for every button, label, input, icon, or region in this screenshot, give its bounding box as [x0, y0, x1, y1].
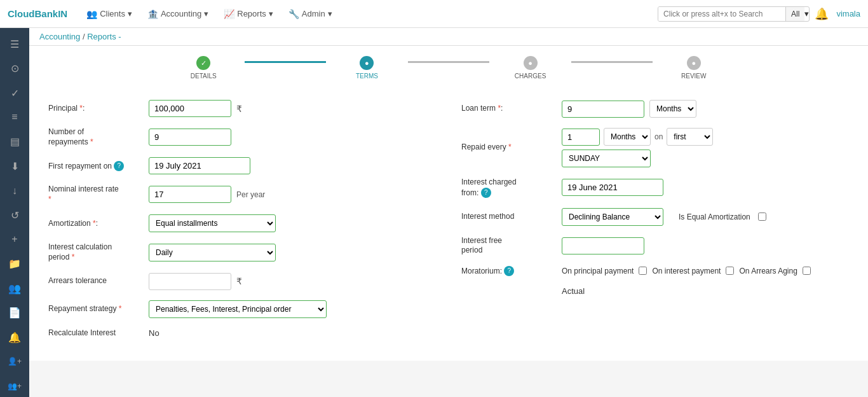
list-icon: ≡ — [11, 111, 17, 123]
principal-currency-icon: ₹ — [236, 104, 242, 114]
admin-icon: 🔧 — [288, 9, 299, 19]
sidebar-item-dashboard[interactable]: ⊙ — [3, 57, 26, 79]
repaid-on-select[interactable]: first second third last — [667, 128, 713, 146]
repaid-every-top: Months Days Weeks on first second third … — [562, 128, 713, 146]
stepper: ✓ DETAILS ● TERMS ● CHARGES ● REVIEW — [163, 56, 735, 80]
brand-logo[interactable]: CloudBankIN — [8, 8, 67, 19]
amortization-required: * — [93, 219, 96, 228]
on-principal-checkbox[interactable] — [639, 267, 647, 275]
repayment-strategy-row: Repayment strategy * Penalties, Fees, In… — [48, 300, 436, 318]
per-year-label: Per year — [236, 190, 265, 199]
arrears-row: Arrears tolerance ₹ — [48, 273, 436, 290]
moratorium-controls: On principal payment On interest payment… — [562, 267, 811, 275]
first-repayment-help-icon[interactable]: ? — [114, 161, 124, 171]
amortization-select[interactable]: Equal installments — [149, 214, 276, 232]
moratorium-help-icon[interactable]: ? — [504, 266, 514, 276]
step-connector-2 — [408, 61, 490, 63]
interest-free-input[interactable] — [562, 237, 644, 254]
sidebar-item-download[interactable]: ⬇ — [3, 155, 26, 177]
nav-accounting[interactable]: 🏦 Accounting ▾ — [141, 5, 215, 23]
user-menu[interactable]: vimala — [836, 9, 860, 18]
sidebar-item-check[interactable]: ✓ — [3, 82, 26, 104]
notifications-bell-icon[interactable]: 🔔 — [815, 7, 829, 21]
sidebar-item-list[interactable]: ≡ — [3, 106, 26, 128]
nav-clients-label: Clients — [100, 9, 125, 18]
repayments-row: Number ofrepayments * — [48, 127, 436, 147]
is-equal-amortization-label: Is Equal Amortization — [679, 212, 750, 221]
repayments-input[interactable] — [149, 129, 231, 146]
repaid-every-value-input[interactable] — [562, 129, 600, 146]
download-icon: ⬇ — [11, 160, 19, 172]
table-icon: ▤ — [10, 136, 20, 148]
form-right-col: Loan term *: Months Days Weeks Years Rep… — [449, 100, 849, 348]
form-two-col: Principal *: ₹ Number ofrepayments * Fir… — [48, 100, 849, 348]
interest-calc-period-row: Interest calculationperiod * Daily — [48, 242, 436, 262]
recalculate-row: Recalculate Interest No — [48, 328, 436, 338]
repaid-every-label: Repaid every * — [461, 143, 557, 153]
breadcrumb: Accounting / Reports - — [29, 28, 868, 46]
interest-charged-help-icon[interactable]: ? — [481, 188, 491, 198]
arrears-label: Arrears tolerance — [48, 276, 144, 286]
step-terms: ● TERMS — [326, 56, 408, 80]
form-area: Principal *: ₹ Number ofrepayments * Fir… — [29, 87, 868, 361]
nav-admin-label: Admin — [302, 9, 325, 18]
principal-row: Principal *: ₹ — [48, 100, 436, 117]
step-details-label: DETAILS — [191, 73, 217, 80]
file-icon: 📄 — [8, 307, 21, 319]
search-filter-dropdown[interactable]: All — [785, 7, 804, 21]
principal-input[interactable] — [149, 100, 231, 117]
actual-value: Actual — [562, 286, 585, 296]
sidebar-item-bell[interactable]: 🔔 — [3, 326, 26, 348]
nominal-rate-label: Nominal interest rate* — [48, 185, 144, 204]
breadcrumb-reports[interactable]: Reports - — [87, 32, 121, 41]
sidebar-item-folder[interactable]: 📁 — [3, 253, 26, 275]
bell-icon: 🔔 — [8, 331, 21, 344]
nav-clients[interactable]: 👥 Clients ▾ — [80, 5, 139, 23]
sidebar-item-refresh[interactable]: ↺ — [3, 204, 26, 226]
search-input[interactable] — [658, 7, 785, 21]
sidebar-item-person-add[interactable]: 👤+ — [3, 351, 26, 372]
refresh-icon: ↺ — [11, 209, 19, 221]
arrears-currency-icon: ₹ — [236, 276, 242, 286]
nominal-rate-input[interactable] — [149, 186, 231, 203]
interest-method-select[interactable]: Declining Balance Flat Rate — [562, 208, 663, 226]
repaid-every-unit-select[interactable]: Months Days Weeks — [604, 128, 651, 146]
sidebar-item-add[interactable]: + — [3, 228, 26, 250]
sidebar-item-persons-add[interactable]: 👥+ — [3, 375, 26, 397]
nav-reports[interactable]: 📈 Reports ▾ — [217, 5, 280, 23]
nav-reports-label: Reports — [237, 9, 266, 18]
sidebar-item-table[interactable]: ▤ — [3, 131, 26, 153]
on-principal-label: On principal payment — [562, 267, 634, 275]
first-repayment-row: First repayment on ? — [48, 157, 436, 174]
sidebar-item-download2[interactable]: ↓ — [3, 179, 26, 201]
interest-free-row: Interest freeperiod — [461, 236, 849, 256]
interest-charged-row: Interest chargedfrom: ? — [461, 178, 849, 198]
loan-term-unit-select[interactable]: Months Days Weeks Years — [649, 100, 696, 118]
step-details-circle: ✓ — [196, 56, 210, 70]
repaid-every-day-select[interactable]: SUNDAY MONDAY TUESDAY WEDNESDAY THURSDAY… — [562, 150, 651, 167]
sidebar-item-file[interactable]: 📄 — [3, 302, 26, 323]
repayment-strategy-select[interactable]: Penalties, Fees, Interest, Principal ord… — [149, 300, 327, 318]
sidebar-item-hamburger[interactable]: ☰ — [3, 33, 26, 55]
interest-charged-input[interactable] — [562, 179, 663, 196]
on-arrears-checkbox[interactable] — [803, 267, 811, 275]
arrears-input[interactable] — [149, 273, 231, 290]
actual-row: Actual — [461, 286, 849, 296]
amortization-label: Amortization *: — [48, 219, 144, 229]
dashboard-icon: ⊙ — [11, 62, 19, 74]
accounting-icon: 🏦 — [147, 9, 158, 19]
nav-admin[interactable]: 🔧 Admin ▾ — [282, 5, 339, 23]
reports-icon: 📈 — [224, 9, 234, 19]
breadcrumb-accounting[interactable]: Accounting — [39, 32, 80, 41]
group-icon: 👥 — [8, 282, 21, 295]
sidebar-item-group[interactable]: 👥 — [3, 277, 26, 299]
interest-calc-period-select[interactable]: Daily — [149, 244, 276, 261]
person-add-icon: 👤+ — [8, 357, 22, 366]
first-repayment-input[interactable] — [149, 157, 250, 174]
sidebar: ☰ ⊙ ✓ ≡ ▤ ⬇ ↓ ↺ + 📁 👥 📄 🔔 👤+ 👥+ — [0, 28, 29, 397]
step-charges: ● CHARGES — [489, 56, 571, 80]
on-interest-checkbox[interactable] — [726, 267, 734, 275]
repaid-every-controls: Months Days Weeks on first second third … — [562, 128, 713, 167]
loan-term-input[interactable] — [562, 101, 644, 118]
is-equal-amortization-checkbox[interactable] — [758, 212, 766, 221]
